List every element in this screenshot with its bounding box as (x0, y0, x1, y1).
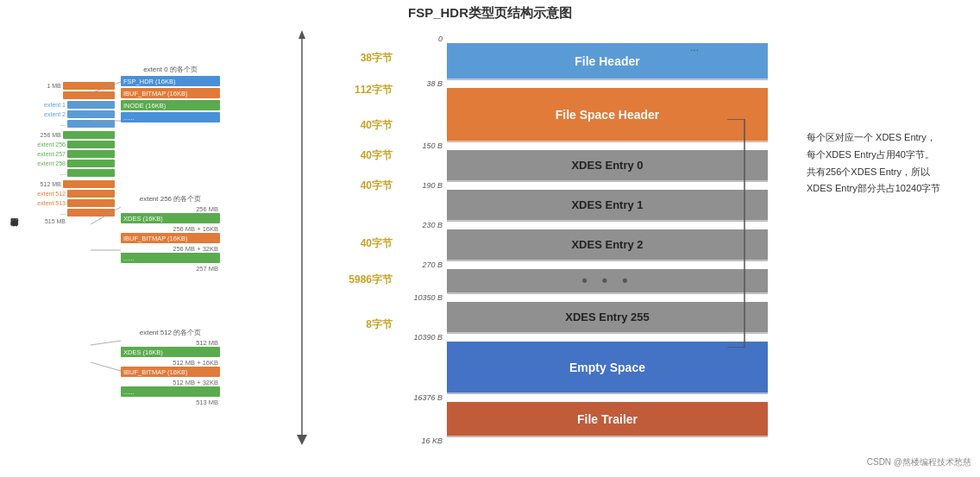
svg-line-4 (91, 341, 121, 345)
xdes-entry-2-block: XDES Entry 2 (447, 229, 768, 260)
offset-38-row: 38 B (397, 79, 768, 88)
main-container: FSP_HDR类型页结构示意图 表空间结构 1 MB extent 1 exte… (0, 0, 980, 477)
annotation-panel: 每个区对应一个 XDES Entry， 每个XDES Entry占用40字节。 … (807, 129, 979, 198)
extent512-group: extent 512 的各个页 512 MB XDES (16KB) 512 M… (121, 328, 220, 406)
svg-marker-8 (298, 30, 305, 39)
xdes1-row: XDES Entry 1 (397, 190, 768, 221)
offset-spacer7 (397, 302, 447, 333)
page-title: FSP_HDR类型页结构示意图 (408, 5, 572, 22)
extent256-bar-xdes: XDES (16KB) (121, 213, 220, 223)
extent0-bar-ibuf: IBUF_BITMAP (16KB) (121, 88, 220, 98)
extent0-bar-dots: ...... (121, 112, 220, 122)
file-header-row: File Header (397, 43, 768, 79)
file-trailer-block: File Trailer (447, 402, 768, 436)
extent0-bar-inode: INODE (16KB) (121, 100, 220, 110)
file-trailer-row: File Trailer (397, 402, 768, 436)
byte-label-4: 40字节 (361, 179, 393, 193)
xdes-entry-1-block: XDES Entry 1 (447, 190, 768, 221)
file-header-block: File Header (447, 43, 768, 79)
xdes2-row: XDES Entry 2 (397, 229, 768, 260)
offset-16376: 16376 B (397, 393, 447, 402)
extent512-bar-xdes: XDES (16KB) (121, 347, 220, 357)
offset-150-row: 150 B (397, 141, 768, 150)
table-space-label: 表空间结构 (9, 121, 19, 233)
byte-label-5: 40字节 (361, 236, 393, 251)
offset-10350-row: 10350 B (397, 293, 768, 302)
byte-label-6: 5986字节 (349, 273, 393, 287)
byte-label-0: 38字节 (361, 51, 393, 66)
offset-10390: 10390 B (397, 333, 447, 342)
page-structure: ... 0 File Header 38 B File Space Header (397, 26, 768, 445)
svg-line-5 (91, 362, 121, 371)
offset-270: 270 B (397, 260, 447, 269)
byte-label-1: 112字节 (355, 83, 393, 97)
csdn-watermark: CSDN @熬楼编程技术愁慈 (867, 456, 971, 468)
offset-spacer5 (397, 229, 447, 260)
extent512-bar-ibuf: IBUF_BITMAP (16KB) (121, 367, 220, 377)
byte-label-7: 8字节 (366, 317, 393, 332)
extent256-group: extent 256 的各个页 256 MB XDES (16KB) 256 M… (121, 194, 220, 273)
offset-270-row: 270 B (397, 260, 768, 269)
xdes-entry-0-block: XDES Entry 0 (447, 150, 768, 181)
extent512-bar-dots: ...... (121, 386, 220, 397)
offset-38: 38 B (397, 79, 447, 88)
xdes-entry-255-block: XDES Entry 255 (447, 302, 768, 333)
offset-spacer4 (397, 190, 447, 221)
offset-spacer6 (397, 269, 447, 293)
byte-labels-column: 38字节 112字节 40字节 40字节 40字节 40字节 5986字节 8字… (315, 47, 393, 342)
file-space-header-block: File Space Header (447, 88, 768, 141)
offset-10350: 10350 B (397, 293, 447, 302)
offset-10390-row: 10390 B (397, 333, 768, 342)
offset-190-row: 190 B (397, 181, 768, 190)
offset-230-row: 230 B (397, 221, 768, 229)
offset-spacer8 (397, 342, 447, 393)
offset-16kb-row: 16 KB (397, 436, 768, 445)
offset-spacer9 (397, 402, 447, 436)
left-diagram: 表空间结构 1 MB extent 1 extent 2 ... 256 MB … (9, 35, 246, 449)
offset-spacer2 (397, 88, 447, 141)
extent256-bar-ibuf: IBUF_BITMAP (16KB) (121, 233, 220, 243)
byte-label-3: 40字节 (361, 148, 393, 163)
offset-230: 230 B (397, 221, 447, 229)
offset-spacer (397, 43, 447, 79)
extent256-bar-dots: ...... (121, 253, 220, 263)
offset-spacer3 (397, 150, 447, 181)
empty-space-block: Empty Space (447, 342, 768, 393)
xdes255-row: XDES Entry 255 (397, 302, 768, 333)
offset-0-row: 0 (397, 26, 768, 43)
offset-16kb: 16 KB (397, 436, 447, 445)
extent0-bar-fsp: FSP_HDR (16KB) (121, 76, 220, 86)
offset-190: 190 B (397, 181, 447, 190)
empty-space-row: Empty Space (397, 342, 768, 393)
file-space-header-row: File Space Header (397, 88, 768, 141)
offset-150: 150 B (397, 141, 447, 150)
dots-row: • • • (397, 269, 768, 293)
xdes0-row: XDES Entry 0 (397, 150, 768, 181)
offset-0: 0 (397, 26, 447, 43)
extent0-group: extent 0 的各个页 FSP_HDR (16KB) IBUF_BITMAP… (121, 65, 220, 124)
left-bars: 1 MB extent 1 extent 2 ... 256 MB extent… (33, 82, 115, 226)
byte-label-2: 40字节 (361, 118, 393, 133)
top-dots: ... (690, 41, 699, 53)
dots-block: • • • (447, 269, 768, 293)
offset-16376-row: 16376 B (397, 393, 768, 402)
